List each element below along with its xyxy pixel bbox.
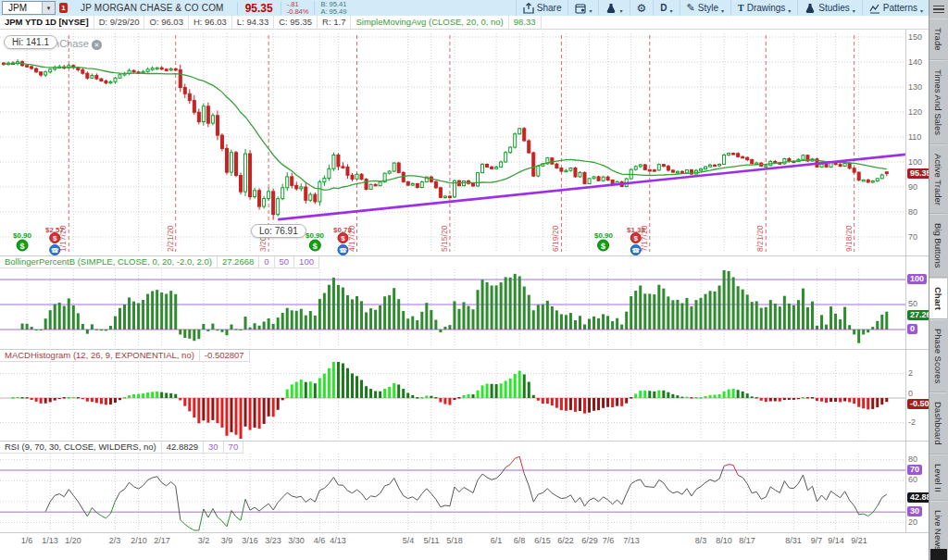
share-icon: [523, 3, 534, 14]
price-tick-label: 100: [908, 157, 922, 167]
bpb-study-title[interactable]: BollingerPercentB (SIMPLE, CLOSE, 0, 20,…: [0, 256, 218, 268]
patterns-icon: [869, 3, 880, 14]
patterns-label: Patterns: [883, 3, 917, 13]
sidebar-tab-big-buttons[interactable]: Big Buttons: [929, 214, 947, 278]
svg-text:$: $: [53, 234, 57, 243]
app-window: $$$$☎$☎$☎ JPMorganChase✕ Hi: 141.1 Lo: 7…: [0, 0, 948, 560]
bpb-0-badge: 0: [907, 324, 917, 334]
studies-button[interactable]: Studies ▾: [797, 0, 861, 16]
symbol-dropdown-arrow[interactable]: ▾: [42, 2, 55, 14]
symbol-input-value[interactable]: JPM: [3, 2, 42, 14]
drawings-button[interactable]: T Drawings ▾: [730, 0, 797, 16]
date-tick-label: 9/21: [843, 536, 875, 545]
sidebar-tab-level-ii[interactable]: Level II: [929, 454, 947, 502]
date-tick-label: 4/13: [322, 536, 354, 545]
price-tick-label: 130: [908, 82, 922, 92]
chart-canvas[interactable]: $$$$☎$☎$☎ JPMorganChase✕ Hi: 141.1 Lo: 7…: [0, 0, 929, 560]
bpb-50-tick: 50: [908, 299, 917, 308]
bpb-panel-header: BollingerPercentB (SIMPLE, CLOSE, 0, 20,…: [0, 256, 319, 268]
rsi-20-tick: 20: [908, 517, 917, 527]
opex-date-label: 6/19/20: [551, 205, 560, 252]
sma-study-value: 98.33: [509, 16, 542, 29]
share-button[interactable]: Share: [516, 0, 568, 16]
rsi-study-title[interactable]: RSI (9, 70, 30, CLOSE, WILDERS, no): [0, 442, 162, 454]
ask-value: A: 95.49: [320, 8, 346, 16]
opex-date-label: 9/18/20: [844, 205, 854, 252]
dropdown-caret-icon: ▾: [788, 7, 791, 14]
calendar-events-button[interactable]: ▾: [568, 0, 598, 16]
dropdown-caret-icon: ▾: [670, 7, 673, 14]
symbol-input[interactable]: JPM ▾: [2, 1, 56, 15]
sidebar-menu-icon[interactable]: [929, 0, 948, 19]
rsi-30-badge: 30: [907, 506, 922, 516]
bpb-100-badge: 100: [907, 274, 927, 284]
sidebar-tab-phase-scores[interactable]: Phase Scores: [929, 319, 947, 392]
dropdown-caret-icon: ▾: [589, 7, 592, 14]
earnings-amount-label: $0.78: [327, 226, 358, 234]
window-corner: [930, 549, 947, 560]
timeframe-button[interactable]: D ▾: [653, 0, 679, 16]
rsi-70-badge: 70: [907, 465, 922, 475]
earnings-amount-label: $1.38: [620, 226, 652, 234]
opex-date-label: 2/21/20: [166, 205, 175, 252]
date-tick-label: 5/18: [439, 536, 470, 545]
calendar-icon: [575, 3, 586, 14]
dropdown-caret-icon: ▾: [619, 7, 622, 14]
dividend-amount-label: $0.90: [588, 231, 619, 240]
ohlc-high: H: 96.03: [189, 16, 232, 29]
macd-2-tick: 2: [908, 368, 913, 378]
rsi-60-tick: 60: [908, 475, 917, 484]
macd-neg2-tick: -2: [908, 417, 916, 427]
price-tick-label: 90: [908, 182, 917, 192]
flask-icon: [605, 3, 617, 14]
sidebar-tab-times-and-sales[interactable]: Times And Sales: [929, 60, 947, 144]
text-tool-icon: T: [738, 3, 744, 13]
ohlc-range: R: 1.7: [318, 16, 351, 29]
sidebar-tab-trade[interactable]: Trade: [929, 19, 947, 59]
sidebar-tab-chart[interactable]: Chart: [929, 278, 947, 319]
rsi-80-tick: 80: [908, 454, 917, 464]
dropdown-caret-icon: ▾: [920, 7, 923, 14]
sma-study-title[interactable]: SimpleMovingAvg (CLOSE, 20, 0, no): [351, 16, 508, 29]
svg-text:$: $: [601, 242, 605, 251]
studies-label: Studies: [818, 3, 849, 13]
price-tick-label: 140: [908, 57, 922, 67]
chart-svg[interactable]: $$$$☎$☎$☎: [0, 0, 929, 560]
bpb-line50-chip: 50: [275, 256, 295, 268]
ohlc-info-bar: JPM YTD 1D [NYSE] D: 9/29/20 O: 96.03 H:…: [0, 16, 929, 30]
dropdown-caret-icon: ▾: [721, 7, 724, 14]
rsi-panel-header: RSI (9, 70, 30, CLOSE, WILDERS, no) 42.8…: [0, 442, 243, 454]
patterns-button[interactable]: Patterns ▾: [862, 0, 929, 16]
quick-study-button[interactable]: ▾: [598, 0, 629, 16]
style-icon: ✎: [687, 2, 695, 14]
sidebar-tab-active-trader[interactable]: Active Trader: [929, 144, 947, 215]
bpb-study-value: 27.2668: [218, 256, 259, 268]
macd-study-value: -0.502807: [200, 350, 250, 362]
macd-study-title[interactable]: MACDHistogram (12, 26, 9, EXPONENTIAL, n…: [0, 350, 200, 362]
high-tooltip: Hi: 141.1: [4, 35, 57, 49]
rsi-study-value: 42.8829: [162, 442, 204, 454]
chart-settings-button[interactable]: ⚙: [630, 0, 654, 16]
gear-icon: ⚙: [637, 3, 647, 14]
price-tick-label: 70: [908, 232, 917, 242]
alert-flag-icon[interactable]: 1: [59, 3, 68, 13]
low-tooltip: Lo: 76.91: [251, 224, 306, 238]
earnings-amount-label: $2.57: [39, 226, 70, 234]
date-axis[interactable]: 1/61/131/202/32/102/173/23/93/163/233/30…: [0, 532, 929, 548]
price-axis-divider: [905, 29, 906, 532]
drawings-label: Drawings: [747, 3, 786, 13]
style-label: Style: [698, 3, 718, 13]
symbol-toolbar: JPM ▾ 1 JP MORGAN CHASE & CO COM 95.35 -…: [0, 0, 929, 17]
date-tick-label: 7/13: [616, 536, 647, 545]
svg-text:$: $: [341, 234, 345, 243]
remove-label-icon[interactable]: ✕: [92, 40, 102, 50]
sidebar-tab-dashboard[interactable]: Dashboard: [929, 392, 947, 454]
style-button[interactable]: ✎ Style ▾: [680, 0, 730, 16]
ohlc-date: D: 9/29/20: [94, 16, 145, 29]
ohlc-close: C: 95.35: [274, 16, 318, 29]
svg-text:$: $: [20, 242, 25, 251]
opex-date-label: 5/15/20: [440, 205, 449, 252]
price-change: -.81 -0.84%: [281, 1, 316, 15]
price-tick-label: 120: [908, 107, 922, 117]
date-tick-label: 8/17: [731, 536, 763, 545]
